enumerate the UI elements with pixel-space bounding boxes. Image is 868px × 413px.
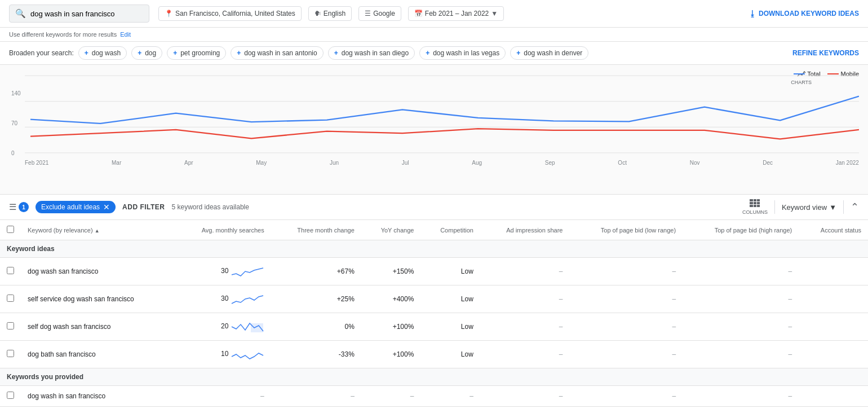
exclude-adult-chip[interactable]: Exclude adult ideas ✕ xyxy=(36,201,116,213)
plus-icon-2: + xyxy=(173,49,177,57)
keyword-view-button[interactable]: Keyword view ▼ xyxy=(782,203,836,212)
location-filter[interactable]: 📍 San Francisco, California, United Stat… xyxy=(158,6,302,21)
x-label-mar: Mar xyxy=(112,160,121,166)
th-keyword-label: Keyword (by relevance) xyxy=(28,227,93,234)
table-row: self dog wash san francisco 20 0% +100% … xyxy=(0,313,868,341)
language-filter[interactable]: 🗣 English xyxy=(308,6,352,21)
th-top-bid-low[interactable]: Top of page bid (low range) xyxy=(569,220,683,240)
section-label-keyword-ideas: Keyword ideas xyxy=(0,240,868,258)
vertical-divider-2 xyxy=(843,200,844,214)
avg-searches-2: 20 xyxy=(174,313,271,341)
ad-impression-2: – xyxy=(480,313,570,341)
account-status-p0 xyxy=(799,386,868,407)
language-icon: 🗣 xyxy=(315,10,321,17)
total-line-path xyxy=(30,96,859,124)
plus-icon-3: + xyxy=(237,49,241,57)
network-filter[interactable]: ☰ Google xyxy=(358,6,401,21)
row-checkbox-3[interactable] xyxy=(0,341,21,368)
plus-icon-6: + xyxy=(516,49,520,57)
th-ad-impression[interactable]: Ad impression share xyxy=(480,220,570,240)
broaden-chip-4[interactable]: + dog wash in san diego xyxy=(328,46,415,60)
plus-icon-1: + xyxy=(138,49,141,57)
columns-button[interactable]: COLUMNS xyxy=(742,199,768,215)
keyword-cell-0: dog wash san francisco xyxy=(21,258,174,285)
chart-svg xyxy=(25,71,859,158)
language-label: English xyxy=(324,10,346,17)
checkbox-p0[interactable] xyxy=(7,392,14,399)
checkbox-0[interactable] xyxy=(7,267,14,274)
search-input[interactable] xyxy=(30,10,143,18)
collapse-button[interactable]: ⌃ xyxy=(851,201,859,213)
row-checkbox-1[interactable] xyxy=(0,285,21,313)
broaden-bar: Broaden your search: + dog wash + dog + … xyxy=(0,42,868,65)
three-month-2: 0% xyxy=(271,313,361,341)
row-checkbox-p0[interactable] xyxy=(0,386,21,407)
section-header-keyword-ideas: Keyword ideas xyxy=(0,240,868,258)
three-month-p0: – xyxy=(271,386,361,407)
three-month-0: +67% xyxy=(271,258,361,285)
yoy-0: +150% xyxy=(361,258,421,285)
row-checkbox-2[interactable] xyxy=(0,313,21,341)
refine-keywords-button[interactable]: REFINE KEYWORDS xyxy=(792,49,859,57)
checkbox-3[interactable] xyxy=(7,350,14,357)
search-box[interactable]: 🔍 xyxy=(9,5,149,23)
header-filters: 📍 San Francisco, California, United Stat… xyxy=(158,6,739,21)
filter-icon-group[interactable]: ☰ 1 xyxy=(9,202,29,212)
y-label-70: 70 xyxy=(11,120,25,126)
account-status-3 xyxy=(799,341,868,368)
x-label-jul: Jul xyxy=(402,160,409,166)
suggestion-text: Use different keywords for more results xyxy=(9,31,117,38)
yoy-1: +400% xyxy=(361,285,421,313)
network-label: Google xyxy=(373,10,395,17)
broaden-chip-1[interactable]: + dog xyxy=(131,46,162,60)
keyword-view-label: Keyword view xyxy=(782,203,827,212)
date-range-filter[interactable]: 📅 Feb 2021 – Jan 2022 ▼ xyxy=(408,6,504,21)
chevron-down-icon: ▼ xyxy=(491,10,498,17)
th-top-bid-high[interactable]: Top of page bid (high range) xyxy=(683,220,799,240)
location-icon: 📍 xyxy=(165,10,173,17)
header: 🔍 📍 San Francisco, California, United St… xyxy=(0,0,868,28)
chip-label-3: dog wash in san antonio xyxy=(244,49,317,57)
download-icon: ⭳ xyxy=(749,9,756,18)
table-row: self service dog wash san francisco 30 +… xyxy=(0,285,868,313)
ad-impression-p0: – xyxy=(480,386,570,407)
x-label-jun: Jun xyxy=(330,160,339,166)
top-bid-high-3: – xyxy=(683,341,799,368)
th-avg-searches[interactable]: Avg. monthly searches xyxy=(174,220,271,240)
th-competition[interactable]: Competition xyxy=(420,220,480,240)
y-label-140: 140 xyxy=(11,90,25,96)
th-yoy[interactable]: YoY change xyxy=(361,220,421,240)
avg-searches-3: 10 xyxy=(174,341,271,368)
broaden-chip-0[interactable]: + dog wash xyxy=(78,46,127,60)
table-row: dog bath san francisco 10 -33% +100% Low… xyxy=(0,341,868,368)
checkbox-2[interactable] xyxy=(7,322,14,329)
avg-searches-1: 30 xyxy=(174,285,271,313)
section-header-keywords-provided: Keywords you provided xyxy=(0,368,868,386)
broaden-chip-5[interactable]: + dog wash in las vegas xyxy=(419,46,506,60)
edit-link[interactable]: Edit xyxy=(120,31,131,38)
row-checkbox-0[interactable] xyxy=(0,258,21,285)
section-label-keywords-provided: Keywords you provided xyxy=(0,368,868,386)
select-all-checkbox[interactable] xyxy=(7,226,14,233)
add-filter-button[interactable]: ADD FILTER xyxy=(122,203,165,211)
broaden-chip-3[interactable]: + dog wash in san antonio xyxy=(231,46,323,60)
th-three-month[interactable]: Three month change xyxy=(271,220,361,240)
checkbox-1[interactable] xyxy=(7,295,14,302)
broaden-chip-6[interactable]: + dog wash in denver xyxy=(510,46,588,60)
calendar-icon: 📅 xyxy=(414,10,423,17)
filter-badge: 1 xyxy=(19,202,29,212)
top-bid-low-2: – xyxy=(569,313,683,341)
competition-p0: – xyxy=(420,386,480,407)
x-label-apr: Apr xyxy=(184,160,193,166)
x-label-aug: Aug xyxy=(472,160,482,166)
x-label-oct: Oct xyxy=(618,160,627,166)
broaden-chip-2[interactable]: + pet grooming xyxy=(167,46,226,60)
th-account-status[interactable]: Account status xyxy=(799,220,868,240)
trend-sparkline-3 xyxy=(231,346,264,362)
columns-label: COLUMNS xyxy=(742,209,768,215)
top-bid-low-0: – xyxy=(569,258,683,285)
remove-exclude-chip-button[interactable]: ✕ xyxy=(103,203,110,211)
download-button[interactable]: ⭳ DOWNLOAD KEYWORD IDEAS xyxy=(749,9,859,18)
th-keyword[interactable]: Keyword (by relevance) ▲ xyxy=(21,220,174,240)
y-label-0: 0 xyxy=(11,150,25,156)
